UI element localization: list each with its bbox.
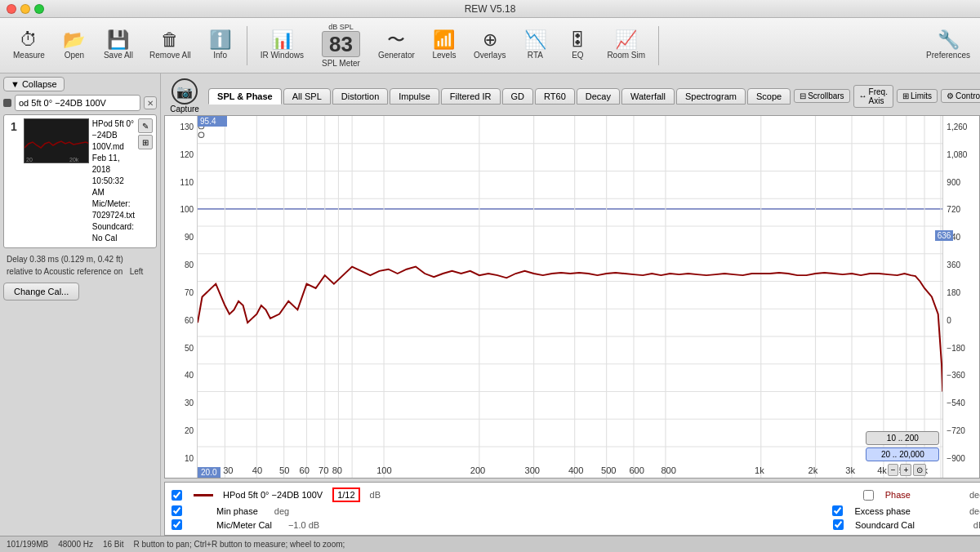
measure-button[interactable]: ⏱ Measure — [7, 23, 51, 69]
tab-scope[interactable]: Scope — [747, 88, 791, 105]
capture-button[interactable]: 📷 Capture — [164, 77, 205, 115]
range-10-200-button[interactable]: 10 .. 200 — [866, 431, 939, 445]
tab-all-spl[interactable]: All SPL — [283, 88, 331, 105]
preferences-button[interactable]: 🔧 Preferences — [923, 28, 973, 63]
svg-text:40: 40 — [252, 465, 262, 475]
window-controls[interactable] — [7, 4, 44, 14]
tab-spectrogram[interactable]: Spectrogram — [676, 88, 746, 105]
range-20-20000-button[interactable]: 20 .. 20,000 — [866, 447, 939, 461]
freq-axis-button[interactable]: ↔ Freq. Axis — [853, 85, 893, 108]
soundcard-cal-unit: dB — [973, 520, 980, 530]
rta-button[interactable]: 📉 RTA — [515, 23, 555, 69]
svg-text:200: 200 — [470, 465, 486, 475]
y-ref-right-label: 636 — [935, 230, 954, 241]
ir-windows-icon: 📊 — [271, 31, 293, 49]
svg-text:300: 300 — [525, 465, 541, 475]
legend-row-1: HPod 5ft 0° −24DB 100V 1/12 dB Phase deg — [172, 486, 980, 504]
memory-status: 101/199MB — [7, 540, 48, 549]
tab-bar: SPL & Phase All SPL Distortion Impulse F… — [208, 88, 791, 105]
svg-text:3k: 3k — [845, 465, 855, 475]
card-actions: ✎ ⊞ — [138, 118, 153, 244]
measurement-selector: ✕ — [3, 95, 157, 111]
spl-value-display: 83 — [322, 31, 360, 57]
tab-filtered-ir[interactable]: Filtered IR — [441, 88, 501, 105]
zoom-full-button[interactable]: ⊙ — [913, 464, 926, 476]
eq-button[interactable]: 🎛 EQ — [558, 23, 597, 69]
scrollbars-button[interactable]: ⊟ Scrollbars — [794, 89, 849, 103]
close-button[interactable] — [7, 4, 16, 14]
ir-windows-button[interactable]: 📊 IR Windows — [254, 23, 310, 69]
maximize-button[interactable] — [34, 4, 44, 14]
legend-name-3: Mic/Meter Cal — [216, 520, 272, 530]
phase-label-1: Phase — [885, 490, 911, 500]
svg-text:600: 600 — [630, 465, 645, 475]
tab-rt60[interactable]: RT60 — [535, 88, 575, 105]
overlays-icon: ⊕ — [483, 31, 497, 49]
levels-button[interactable]: 📶 Levels — [425, 23, 464, 69]
collapse-button[interactable]: ▼ Collapse — [3, 77, 65, 91]
legend-row3-checkbox[interactable] — [172, 519, 182, 530]
svg-text:1k: 1k — [755, 465, 764, 475]
info-button[interactable]: ℹ️ Info — [201, 23, 240, 69]
right-controls: ⊟ Scrollbars ↔ Freq. Axis ⊞ Limits ⚙ Con… — [794, 85, 980, 108]
zoom-in-button[interactable]: + — [900, 464, 911, 476]
tab-impulse[interactable]: Impulse — [390, 88, 439, 105]
excess-phase-checkbox[interactable] — [832, 505, 843, 516]
tab-gd[interactable]: GD — [502, 88, 534, 105]
save-all-button[interactable]: 💾 Save All — [97, 23, 140, 69]
chart-main[interactable]: 95.4 — [198, 116, 942, 478]
svg-text:60: 60 — [300, 465, 310, 475]
x-freq-ref-label: 20.0 — [198, 467, 220, 478]
tab-waterfall[interactable]: Waterfall — [621, 88, 675, 105]
y-axis-right: 1,260 1,080 900 720 540 360 180 0 −180 −… — [942, 116, 979, 478]
right-content: 📷 Capture SPL & Phase All SPL Distortion… — [161, 73, 980, 536]
open-icon: 📂 — [63, 31, 85, 49]
svg-point-38 — [198, 132, 204, 137]
main-area: ▼ Collapse ✕ 1 20 20k HPod 5ft 0° −24 — [0, 73, 980, 536]
tab-distortion[interactable]: Distortion — [332, 88, 388, 105]
card-edit-button[interactable]: ✎ — [138, 118, 153, 133]
legend-unit-1: dB — [370, 490, 381, 500]
limits-button[interactable]: ⊞ Limits — [897, 89, 938, 103]
sep1 — [247, 26, 247, 65]
overlays-button[interactable]: ⊕ Overlays — [467, 23, 512, 69]
card-settings-button[interactable]: ⊞ — [138, 135, 153, 149]
generator-button[interactable]: 〜 Generator — [372, 23, 421, 69]
hint-text: R button to pan; Ctrl+R button to measur… — [134, 540, 345, 549]
card-info: HPod 5ft 0° −24DB 100V.md Feb 11, 2018 1… — [92, 118, 135, 244]
levels-icon: 📶 — [433, 31, 455, 49]
svg-text:20: 20 — [26, 157, 33, 162]
svg-text:20k: 20k — [69, 157, 79, 162]
smoothing-box[interactable]: 1/12 — [332, 487, 359, 502]
open-button[interactable]: 📂 Open — [55, 23, 94, 69]
legend-row2-checkbox[interactable] — [172, 505, 182, 516]
limits-icon: ⊞ — [902, 91, 909, 100]
bottom-legend: HPod 5ft 0° −24DB 100V 1/12 dB Phase deg… — [164, 482, 980, 536]
tab-spl-phase[interactable]: SPL & Phase — [208, 88, 282, 105]
svg-text:400: 400 — [568, 465, 584, 475]
left-panel: ▼ Collapse ✕ 1 20 20k HPod 5ft 0° −24 — [0, 73, 161, 536]
sep2 — [658, 26, 659, 65]
app-title: REW V5.18 — [465, 3, 516, 15]
room-sim-button[interactable]: 📈 Room Sim — [600, 23, 652, 69]
phase-checkbox-1[interactable] — [863, 490, 874, 501]
capture-icon: 📷 — [172, 78, 198, 105]
change-cal-button[interactable]: Change Cal... — [3, 283, 79, 300]
legend-row1-checkbox[interactable] — [172, 490, 182, 501]
controls-button[interactable]: ⚙ Controls — [941, 89, 980, 103]
mini-graph: 20 20k — [24, 118, 89, 163]
measurement-dropdown[interactable] — [15, 95, 140, 111]
remove-all-button[interactable]: 🗑 Remove All — [143, 23, 198, 69]
tab-decay[interactable]: Decay — [577, 88, 620, 105]
zoom-out-button[interactable]: − — [888, 464, 899, 476]
soundcard-cal-checkbox[interactable] — [833, 519, 844, 530]
chart-svg[interactable]: 20.0 30 40 50 60 70 80 100 200 300 400 5… — [198, 116, 942, 478]
legend-unit-2: deg — [274, 506, 289, 516]
minimize-button[interactable] — [20, 4, 30, 14]
sample-rate-status: 48000 Hz — [58, 540, 93, 549]
svg-text:800: 800 — [661, 465, 676, 475]
generator-icon: 〜 — [387, 31, 405, 49]
measurement-close-button[interactable]: ✕ — [144, 96, 157, 109]
legend-swatch-1 — [194, 494, 213, 496]
phase-unit-1: deg — [969, 490, 980, 500]
